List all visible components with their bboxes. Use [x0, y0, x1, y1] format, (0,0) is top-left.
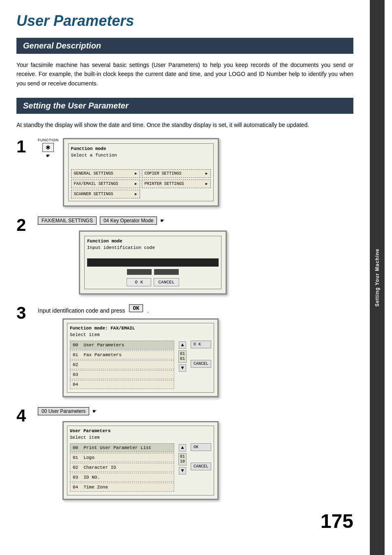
step-3-text: Input identification code and press	[38, 304, 125, 315]
step-4-item-4: 04 Time Zone	[70, 483, 174, 492]
step-3-item-0: 00 User Parameters	[70, 341, 174, 350]
step-3-number: 3	[16, 304, 33, 322]
general-description-section: General Description Your facsimile machi…	[16, 38, 353, 88]
step-3-side-btns: O K CANCEL	[191, 341, 211, 390]
step-3: 3 Input identification code and press OK…	[16, 304, 353, 397]
step-3-period: .	[147, 304, 149, 315]
step-4-cancel-btn[interactable]: CANCEL	[191, 463, 211, 470]
step-3-scroll-up[interactable]: ▲	[179, 341, 186, 349]
step-4-item-2: 02 Character ID	[70, 463, 174, 472]
step-4-scroll-num-top: 01	[180, 454, 185, 459]
step-1-content: FUNCTION ✱ ☛ Function mode Select a func…	[38, 138, 353, 207]
step-4-item-1-num: 01	[73, 455, 78, 460]
scanner-settings-btn[interactable]: SCANNER SETTINGS ▶	[71, 190, 140, 198]
step-3-inline: Input identification code and press OK .	[38, 304, 353, 315]
step-1-screen-title: Function mode	[71, 146, 211, 151]
step-4-item-1-label: Logo	[83, 455, 94, 460]
fax-email-settings-btn[interactable]: FAX/EMAIL SETTINGS ▶	[71, 180, 140, 188]
step-2-content: FAX/EMAIL SETTINGS 04 Key Operator Mode …	[38, 216, 353, 295]
step-3-screen-wrapper: Function mode: FAX/EMAIL Select item 00 …	[62, 318, 353, 397]
setting-user-parameter-section: Setting the User Parameter At standby th…	[16, 98, 353, 500]
id-input-sm-1	[127, 269, 152, 275]
step-1-screen-subtitle: Select a function	[71, 153, 211, 158]
step-3-item-4: 04	[70, 380, 174, 389]
step-3-content: Input identification code and press OK .…	[38, 304, 353, 397]
general-description-body: Your facsimile machine has several basic…	[16, 60, 353, 88]
step-4-item-4-label: Time Zone	[83, 485, 108, 490]
copier-settings-btn[interactable]: COPIER SETTINGS ▶	[142, 169, 211, 178]
step-4-screen-title: User Parameters	[70, 428, 211, 433]
id-input-dark[interactable]	[87, 258, 219, 267]
function-key-label: FUNCTION	[38, 138, 59, 142]
step-3-screen-row: 00 User Parameters 01 Fax Parameters	[70, 341, 211, 390]
step-2-number: 2	[16, 216, 33, 234]
step-3-item-4-num: 04	[73, 382, 78, 387]
function-key: FUNCTION ✱ ☛	[38, 138, 59, 159]
step-4-item-0: 00 Print User Parameter List	[70, 443, 174, 452]
side-tab: Setting Your Machine	[370, 0, 385, 555]
step-4-scroll-up[interactable]: ▲	[179, 444, 186, 451]
step-4-item-2-num: 02	[73, 465, 78, 470]
step-4-key1: 00 User Parameters	[38, 407, 89, 415]
page-container: User Parameters General Description Your…	[0, 0, 392, 555]
step-2-screen-subtitle: Input identification code	[87, 245, 219, 250]
step-4-scroll-down[interactable]: ▼	[179, 467, 186, 474]
step-4-side-btns: OK CANCEL	[191, 443, 211, 493]
step-4-item-3-label: ID NO.	[83, 475, 100, 480]
step-3-item-0-num: 00	[73, 343, 78, 348]
step-3-item-3-num: 03	[73, 372, 78, 377]
fax-email-settings-arrow: ▶	[135, 182, 137, 186]
step-3-ok-btn[interactable]: O K	[191, 341, 211, 348]
step-2-top-row: FAX/EMAIL SETTINGS 04 Key Operator Mode …	[38, 216, 353, 225]
step-3-cancel-btn[interactable]: CANCEL	[191, 360, 211, 368]
step-3-item-1: 01 Fax Parameters	[70, 350, 174, 359]
step-4-item-0-num: 00	[73, 445, 78, 450]
function-key-icon: ✱	[42, 143, 54, 152]
step-2-cancel-btn[interactable]: CANCEL	[154, 278, 179, 286]
step-1-screen: Function mode Select a function GENERAL …	[63, 138, 219, 207]
step-3-list: 00 User Parameters 01 Fax Parameters	[70, 341, 174, 390]
press-finger-2: ☛	[160, 218, 165, 223]
step-1-inline: FUNCTION ✱ ☛ Function mode Select a func…	[38, 138, 353, 207]
step-1-settings-grid: GENERAL SETTINGS ▶ COPIER SETTINGS ▶ FAX…	[71, 169, 211, 198]
step-3-ok-key: OK	[129, 304, 143, 312]
step-4: 4 00 User Parameters ☛ User Parameters S…	[16, 407, 353, 500]
press-finger-1: ☛	[46, 153, 51, 159]
copier-settings-label: COPIER SETTINGS	[145, 171, 182, 176]
general-settings-btn[interactable]: GENERAL SETTINGS ▶	[71, 169, 140, 178]
side-tab-text: Setting Your Machine	[374, 249, 380, 307]
step-4-item-1: 01 Logo	[70, 453, 174, 462]
main-content: User Parameters General Description Your…	[0, 0, 370, 555]
step-4-scroll-num-bottom: 10	[180, 459, 185, 464]
step-4-item-2-label: Character ID	[83, 465, 116, 470]
scanner-settings-label: SCANNER SETTINGS	[74, 192, 113, 196]
step-2-screen: Function mode Input identification code	[79, 230, 227, 295]
step-2-screen-title: Function mode	[87, 239, 219, 244]
step-3-screen-subtitle: Select item	[70, 332, 211, 337]
setting-intro: At standby the display will show the dat…	[16, 120, 353, 129]
step-3-item-0-label: User Parameters	[83, 343, 124, 348]
step-4-screen-row: 00 Print User Parameter List 01 Logo	[70, 443, 211, 493]
step-2-screen-wrapper: Function mode Input identification code	[79, 230, 353, 295]
step-3-scroll-down[interactable]: ▼	[179, 364, 186, 372]
step-3-screen: Function mode: FAX/EMAIL Select item 00 …	[62, 318, 219, 397]
step-3-item-3: 03	[70, 370, 174, 379]
step-2-ok-btn[interactable]: O K	[127, 278, 151, 286]
printer-settings-btn[interactable]: PRINTER SETTINGS ▶	[142, 180, 211, 188]
step-3-screen-title: Function mode: FAX/EMAIL	[70, 326, 211, 331]
step-4-ok-btn[interactable]: OK	[191, 443, 211, 451]
setting-header: Setting the User Parameter	[16, 98, 353, 114]
step-4-item-0-label: Print User Parameter List	[83, 445, 151, 450]
step-1-number: 1	[16, 138, 33, 155]
step-4-screen-wrapper: User Parameters Select item 00 Print Use…	[62, 421, 353, 500]
step-2-key1: FAX/EMAIL SETTINGS	[38, 216, 97, 225]
step-3-scroll-num-bottom: 01	[180, 357, 185, 362]
step-4-item-4-num: 04	[73, 485, 78, 490]
copier-settings-arrow: ▶	[205, 171, 208, 176]
step-4-screen: User Parameters Select item 00 Print Use…	[62, 421, 219, 500]
step-4-screen-subtitle: Select item	[70, 435, 211, 440]
step-3-item-1-num: 01	[73, 352, 78, 357]
general-settings-label: GENERAL SETTINGS	[74, 171, 113, 176]
step-1: 1 FUNCTION ✱ ☛ Functio	[16, 138, 353, 207]
step-2: 2 FAX/EMAIL SETTINGS 04 Key Operator Mod…	[16, 216, 353, 295]
